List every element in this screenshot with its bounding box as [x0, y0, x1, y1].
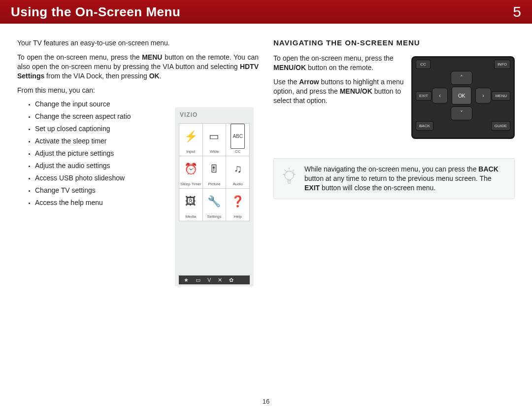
music-icon: ♫ [233, 156, 242, 181]
remote-exit-button: EXIT [416, 91, 432, 101]
svg-line-3 [293, 170, 294, 171]
tip-callout: While navigating the on-screen menu, you… [273, 158, 515, 199]
list-item: Access the help menu [28, 198, 146, 207]
open-menu-paragraph: To open the on-screen menu, press the ME… [17, 53, 259, 81]
intro-paragraph: Your TV features an easy-to-use on-scree… [17, 38, 259, 48]
right-column: NAVIGATING THE ON-SCREEN MENU To open th… [273, 38, 515, 210]
vizio-logo: VIZIO [180, 111, 250, 118]
list-item: Adjust the picture settings [28, 149, 146, 158]
gear-icon: ✿ [229, 277, 233, 283]
list-item: Change the input source [28, 100, 146, 109]
menu-tile-input: ⚡Input [179, 124, 203, 156]
from-this-menu-paragraph: From this menu, you can: [17, 86, 259, 95]
remote-back-button: BACK [416, 121, 433, 131]
plug-icon: ⚡ [184, 124, 198, 149]
menu-tile-audio: ♫Audio [226, 156, 250, 189]
list-item: Access USB photo slideshow [28, 173, 146, 183]
arrow-up-icon: ˄ [451, 71, 472, 85]
section-heading: NAVIGATING THE ON-SCREEN MENU [273, 38, 515, 47]
photos-icon: 🖼 [185, 189, 196, 214]
x-icon: ✕ [218, 277, 222, 283]
question-icon: ❓ [231, 189, 244, 214]
star-icon: ★ [184, 277, 189, 283]
remote-info-button: INFO [494, 60, 510, 69]
lightbulb-icon [281, 167, 298, 185]
remote-menu-button: MENU [492, 91, 510, 101]
arrow-down-icon: ˅ [451, 106, 472, 120]
clock-icon: ⏰ [184, 156, 198, 181]
remote-cc-button: CC [416, 60, 431, 69]
abc-icon: ABC [231, 124, 245, 149]
menu-tile-cc: ABCCC [226, 124, 250, 156]
remote-ok-button: OK [452, 87, 471, 104]
nav-arrow-paragraph: Use the Arrow buttons to highlight a men… [273, 77, 406, 105]
arrow-right-icon: › [475, 88, 491, 103]
menu-tile-sleep: ⏰Sleep Timer [179, 156, 203, 189]
arrow-left-icon: ‹ [432, 88, 448, 103]
onscreen-menu-illustration: VIZIO ⚡Input ▭Wide ABCCC ⏰Sleep Timer 🎚P… [175, 107, 254, 286]
menu-tile-media: 🖼Media [179, 189, 203, 221]
tip-text: While navigating the on-screen menu, you… [304, 165, 507, 193]
nav-open-paragraph: To open the on-screen menu, press the ME… [273, 54, 406, 72]
wide-icon: ▭ [196, 277, 200, 283]
chapter-number: 5 [513, 3, 521, 20]
menu-tile-settings: 🔧Settings [203, 189, 227, 221]
list-item: Adjust the audio settings [28, 161, 146, 171]
svg-line-2 [284, 170, 286, 171]
list-item: Change TV settings [28, 186, 146, 195]
vizio-v-icon: V [207, 277, 211, 283]
page-title: Using the On-Screen Menu [11, 4, 180, 20]
svg-point-0 [285, 171, 294, 180]
menu-footer-bar: ★ ▭ V ✕ ✿ [179, 275, 250, 284]
remote-illustration: CC INFO EXIT ˄ ˅ ‹ › OK MENU BACK GUIDE [411, 56, 515, 139]
wrench-icon: 🔧 [207, 189, 221, 214]
remote-guide-button: GUIDE [491, 121, 510, 131]
left-column: Your TV features an easy-to-use on-scree… [17, 38, 259, 210]
tv-icon: ▭ [209, 124, 219, 149]
menu-tile-picture: 🎚Picture [203, 156, 227, 189]
sliders-icon: 🎚 [209, 156, 220, 181]
menu-tile-help: ❓Help [226, 189, 250, 221]
list-item: Activate the sleep timer [28, 137, 146, 146]
page-number: 16 [0, 398, 532, 405]
chapter-header: Using the On-Screen Menu 5 [0, 0, 532, 24]
list-item: Change the screen aspect ratio [28, 112, 146, 121]
menu-tile-wide: ▭Wide [203, 124, 227, 156]
list-item: Set up closed captioning [28, 124, 146, 134]
remote-dpad: ˄ ˅ ‹ › OK [432, 71, 491, 120]
feature-list: Change the input source Change the scree… [28, 100, 146, 207]
